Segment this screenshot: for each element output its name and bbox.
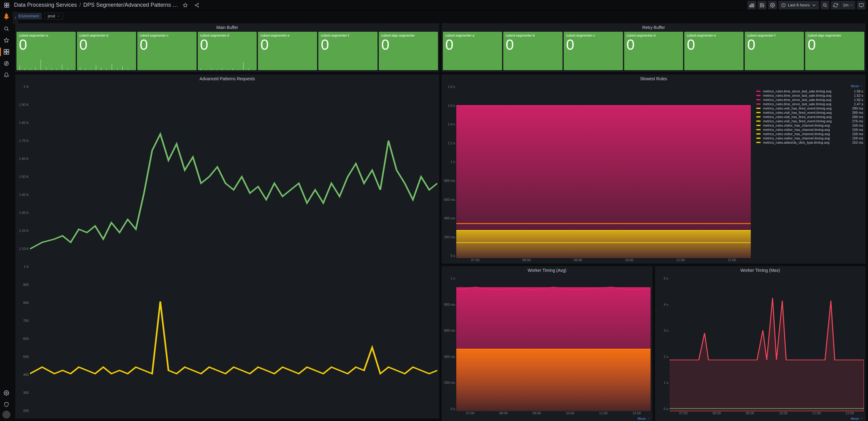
stat-tile[interactable]: cubed-segmenter-c0 — [564, 32, 623, 70]
user-avatar[interactable] — [2, 411, 10, 419]
svg-rect-27 — [4, 52, 6, 54]
legend-name: metrics_rules.visitor_has_channel.timing… — [763, 136, 850, 140]
stat-value: 0 — [506, 37, 560, 52]
svg-rect-33 — [456, 230, 751, 258]
svg-rect-25 — [4, 50, 6, 52]
legend-value: 152 ms — [852, 141, 863, 144]
y-axis: 1 s800 ms600 ms400 ms200 ms0 s — [442, 274, 456, 417]
panel-main-buffer[interactable]: Main Buffer cubed-segmenter-a0cubed-segm… — [15, 23, 439, 72]
stat-tile[interactable]: cubed-segmenter-f0 — [745, 32, 804, 70]
svg-point-29 — [4, 61, 8, 66]
panel-worker-max[interactable]: Worker Timing (Max) 5 s4 s3 s2 s1 s0 s — [655, 266, 866, 421]
legend-row[interactable]: metrics_rules.visitor_has_channel.timing… — [756, 136, 863, 140]
panel-slowest-rules[interactable]: Slowest Rules 1.8 s1.6 s1.4 s1.2 s1 s800… — [442, 74, 866, 264]
svg-rect-26 — [7, 50, 9, 52]
chart-svg — [670, 277, 864, 411]
zoom-out-icon[interactable] — [821, 1, 829, 9]
share-icon[interactable] — [193, 1, 201, 9]
nav-alerting-icon[interactable] — [1, 70, 12, 80]
legend-row[interactable]: metrics_rules.visitor_has_channel.timing… — [756, 123, 863, 128]
stat-tile[interactable]: cubed-segmenter-a0 — [443, 32, 502, 70]
legend-row[interactable]: metrics_rules.visit_has_fired_event.timi… — [756, 110, 863, 115]
panel-worker-avg[interactable]: Worker Timing (Avg) 1 s800 ms600 ms400 m… — [442, 266, 653, 421]
stat-label: cubed-segmenter-c — [140, 34, 194, 37]
svg-rect-12 — [753, 4, 754, 7]
stat-value: 0 — [627, 37, 681, 52]
stat-tile[interactable]: cubed-segmenter-e0 — [684, 32, 743, 70]
y-axis: 2 K1.90 K1.80 K1.70 K1.60 K1.50 K1.40 K1… — [15, 83, 30, 419]
grafana-logo-icon[interactable] — [2, 11, 11, 21]
stat-tile[interactable]: cubed-segmenter-b0 — [503, 32, 562, 70]
add-panel-icon[interactable] — [747, 1, 756, 9]
legend-name: metrics_rules.time_since_last_sale.timin… — [763, 102, 851, 106]
stat-value: 0 — [321, 37, 375, 52]
stat-tile[interactable]: cubed-segmenter-f0 — [318, 32, 377, 70]
legend-row[interactable]: metrics_rules.time_since_last_sale.timin… — [756, 98, 863, 102]
nav-starred-icon[interactable] — [1, 35, 12, 46]
legend-row[interactable]: metrics_rules.time_since_last_sale.timin… — [756, 93, 863, 98]
svg-rect-10 — [750, 5, 751, 7]
time-range-picker[interactable]: Last 6 hours — [779, 1, 819, 9]
legend-header[interactable]: Mean — [756, 84, 863, 89]
legend-row[interactable]: metrics_rules.visit_has_fired_event.timi… — [756, 115, 863, 119]
svg-rect-20 — [859, 3, 863, 6]
stat-tile[interactable]: cubed-segmenter-a0 — [17, 32, 76, 70]
stat-label: cubed-segmenter-d — [627, 34, 681, 37]
legend-row[interactable]: metrics_rules.visit_has_fired_event.timi… — [756, 119, 863, 123]
stat-tile[interactable]: cubed-segmenter-c0 — [137, 32, 196, 70]
nav-search-icon[interactable] — [1, 23, 12, 34]
svg-point-15 — [772, 5, 773, 6]
tv-mode-icon[interactable] — [857, 1, 866, 9]
legend-footer[interactable]: Mean — [655, 417, 866, 421]
plot-area[interactable]: 07:0008:0009:0010:0011:0012:00 — [456, 277, 651, 417]
legend-row[interactable]: metrics_rules.visit_has_fired_event.timi… — [756, 106, 863, 110]
refresh-interval-label: 1m — [843, 3, 848, 7]
settings-icon[interactable] — [768, 1, 777, 9]
stat-tile[interactable]: cubed-stge-segmenter0 — [379, 32, 438, 70]
nav-config-icon[interactable] — [1, 387, 12, 398]
legend-value: 276 ms — [852, 119, 863, 123]
expand-sidebar-icon[interactable] — [13, 11, 18, 24]
sparkline — [198, 55, 257, 70]
nav-admin-icon[interactable] — [1, 399, 12, 410]
stat-tile[interactable]: cubed-segmenter-b0 — [77, 32, 136, 70]
legend-header-label: Mean — [850, 84, 859, 88]
dashboards-icon[interactable] — [2, 1, 11, 9]
legend-value: 1.47 s — [854, 102, 863, 106]
clock-icon — [781, 3, 786, 8]
breadcrumb-dashboard[interactable]: DPS Segmenter/Advanced Patterns … — [83, 2, 178, 8]
legend-value: 1.52 s — [854, 94, 863, 97]
star-icon[interactable] — [181, 1, 189, 9]
save-icon[interactable] — [758, 1, 766, 9]
svg-marker-24 — [4, 38, 9, 42]
stat-tile[interactable]: cubed-segmenter-d0 — [624, 32, 683, 70]
legend-swatch — [756, 91, 761, 92]
refresh-icon[interactable] — [831, 1, 840, 9]
variable-value-dropdown[interactable]: prod — [44, 13, 63, 20]
legend-value: 289 ms — [852, 111, 863, 115]
panel-retry-buffer[interactable]: Retry Buffer cubed-segmenter-a0cubed-seg… — [442, 23, 866, 72]
nav-explore-icon[interactable] — [1, 58, 12, 69]
legend-row[interactable]: metrics_rules.visitor_has_channel.timing… — [756, 132, 863, 136]
stat-tile[interactable]: cubed-segmenter-e0 — [258, 32, 317, 70]
legend-row[interactable]: metrics_rules.adwords_click_type.timing.… — [756, 140, 863, 144]
nav-dashboards-icon[interactable] — [1, 46, 12, 57]
stat-tile[interactable]: cubed-segmenter-d0 — [198, 32, 257, 70]
plot-area[interactable]: 07:0008:0009:0010:0011:0012:00 — [456, 85, 751, 264]
legend-row[interactable]: metrics_rules.visitor_has_channel.timing… — [756, 128, 863, 132]
chevron-down-icon — [647, 417, 650, 420]
panel-advanced-requests[interactable]: Advanced Patterns Requests 2 K1.90 K1.80… — [15, 74, 439, 419]
legend-footer-label: Mean — [850, 417, 859, 420]
topbar: Data Processing Services / DPS Segmenter… — [0, 0, 868, 10]
refresh-interval[interactable]: 1m — [840, 1, 855, 9]
plot-area[interactable] — [30, 85, 437, 419]
plot-area[interactable]: 07:0008:0009:0010:0011:0012:00 — [670, 277, 864, 417]
svg-rect-11 — [751, 4, 752, 7]
stat-value: 0 — [747, 37, 802, 52]
legend-swatch — [756, 108, 761, 109]
legend-row[interactable]: metrics_rules.time_since_last_sale.timin… — [756, 102, 863, 106]
legend-row[interactable]: metrics_rules.time_since_last_sale.timin… — [756, 89, 863, 93]
stat-tile[interactable]: cubed-stge-segmenter0 — [805, 32, 864, 70]
breadcrumb-folder[interactable]: Data Processing Services — [14, 2, 77, 8]
legend-footer[interactable]: Mean — [442, 417, 653, 421]
